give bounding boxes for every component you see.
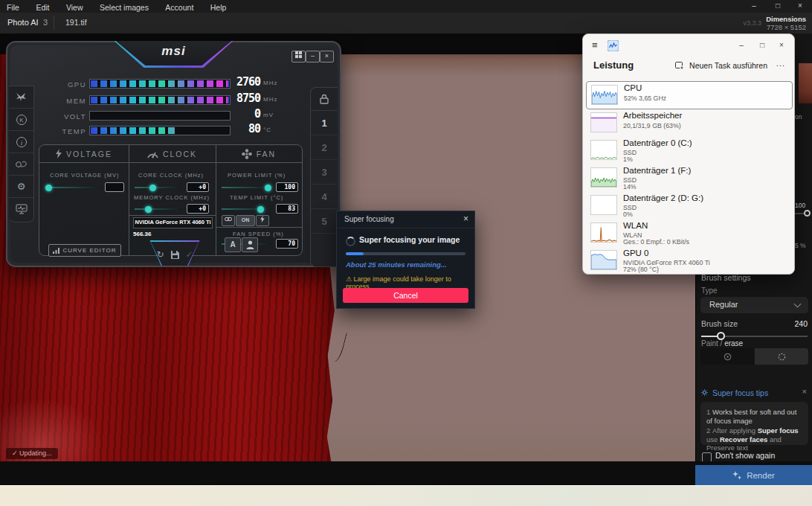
dont-show-again-label: Don't show again	[715, 451, 775, 460]
core-clock-value-box[interactable]: +0	[187, 182, 209, 192]
tm-entry-cpu[interactable]: CPU 52% 3,65 GHz	[586, 81, 793, 109]
tips-close-icon[interactable]: ×	[802, 387, 807, 396]
temp-limit-slider[interactable]	[222, 208, 272, 210]
tm-entry-disk1[interactable]: Datenträger 1 (F:) SSD 14%	[586, 164, 791, 191]
dialog-close-icon[interactable]: ×	[463, 214, 468, 224]
temp-unit: °C	[263, 126, 271, 133]
panel-slider-handle-fragment	[804, 210, 811, 217]
menu-account[interactable]: Account	[158, 1, 200, 12]
lightning-icon	[56, 149, 62, 158]
oc-scanner-icon[interactable]	[9, 153, 33, 176]
brush-size-value: 240	[794, 319, 808, 328]
brush-type-label: Type	[701, 286, 718, 295]
profile-lock-button[interactable]	[311, 88, 338, 111]
msi-minimize-button[interactable]: –	[306, 51, 320, 63]
lock-icon	[320, 94, 329, 104]
info-icon[interactable]: i	[9, 131, 33, 153]
tm-entry-wlan[interactable]: WLAN WLAN Ges.: 0 Empf.: 0 KBit/s	[586, 220, 791, 246]
bulb-icon	[701, 389, 708, 396]
dimensions-label: Dimensions	[766, 15, 806, 23]
brush-type-dropdown[interactable]: Regular	[700, 297, 808, 313]
boost-button[interactable]	[256, 215, 269, 226]
app-maximize-button[interactable]: □	[767, 0, 788, 12]
tm-minimize-button[interactable]: –	[732, 39, 751, 52]
tm-entry-gpu[interactable]: GPU 0 NVIDIA GeForce RTX 4060 Ti 72% (80…	[586, 247, 791, 274]
fan-user-profile-button[interactable]	[242, 237, 258, 252]
menu-view[interactable]: View	[59, 1, 90, 12]
progress-bar-track	[346, 252, 465, 255]
power-limit-value-box[interactable]: 100	[276, 182, 298, 192]
menu-help[interactable]: Help	[204, 1, 233, 12]
erase-button[interactable]	[755, 348, 808, 365]
tm-entry-memory[interactable]: Arbeitsspeicher 20,1/31,9 GB (63%)	[586, 109, 791, 136]
bars-icon	[53, 248, 59, 254]
check-icon: ✓	[12, 449, 18, 457]
cpu-graph-thumbnail	[591, 85, 618, 105]
core-voltage-slider[interactable]	[47, 187, 102, 188]
save-icon[interactable]	[171, 251, 179, 259]
memory-clock-slider[interactable]	[135, 208, 182, 210]
reset-icon[interactable]: ↻	[156, 250, 164, 259]
limits-on-toggle[interactable]: ON	[236, 215, 255, 226]
wlan-graph-thumbnail	[590, 222, 617, 243]
msi-afterburner-window: msi – × K i ⚙ GPU 2760 MHz MEM 8750 MHz	[6, 41, 341, 267]
run-new-task-button[interactable]: Neuen Task ausführen	[675, 61, 767, 70]
msi-detach-button[interactable]	[291, 51, 306, 63]
memory-clock-value-box[interactable]: +0	[187, 204, 209, 214]
time-remaining-text: About 25 minutes remaining...	[346, 260, 447, 269]
msi-close-button[interactable]: ×	[320, 51, 334, 63]
volt-activity-bar	[89, 111, 231, 121]
apply-icon[interactable]: ✓	[186, 250, 193, 259]
link-limits-button[interactable]	[222, 215, 235, 226]
hardware-monitor-icon[interactable]	[9, 198, 33, 220]
core-voltage-value-box[interactable]	[105, 182, 124, 192]
kombustor-icon[interactable]: K	[9, 109, 33, 131]
bottom-toolbar: – + 100%	[0, 461, 812, 485]
menu-select-images[interactable]: Select images	[93, 1, 155, 12]
settings-gear-icon[interactable]: ⚙	[9, 176, 33, 198]
memory-graph-thumbnail	[590, 112, 617, 132]
paint-button[interactable]	[700, 348, 754, 365]
render-button[interactable]: Render	[695, 465, 812, 485]
tab-separator	[54, 16, 54, 31]
temp-limit-label: TEMP LIMIT (°C)	[230, 194, 283, 201]
power-limit-slider[interactable]	[222, 187, 272, 188]
core-clock-slider[interactable]	[135, 187, 182, 188]
tm-entry-disk0[interactable]: Datenträger 0 (C:) SSD 1%	[586, 137, 791, 164]
gpu-graph-thumbnail	[590, 250, 617, 270]
dialog-header: Super focusing ×	[337, 211, 474, 228]
tm-maximize-button[interactable]: □	[753, 39, 772, 52]
profile-5-button[interactable]: 5	[311, 209, 338, 234]
curve-editor-button[interactable]: CURVE EDITOR	[48, 244, 121, 257]
menu-edit[interactable]: Edit	[29, 1, 56, 12]
app-version-major: 3	[43, 18, 48, 27]
cancel-button[interactable]: Cancel	[343, 288, 468, 303]
tm-entry-disk2[interactable]: Datenträger 2 (D: G:) SSD 0%	[586, 192, 791, 219]
new-task-icon	[675, 62, 684, 70]
msi-dragon-icon[interactable]	[9, 86, 33, 109]
app-minimize-button[interactable]: –	[744, 0, 764, 12]
menu-bar: File Edit View Select images Account Hel…	[0, 0, 812, 13]
profile-3-button[interactable]: 3	[311, 160, 338, 185]
menu-file[interactable]: File	[0, 1, 26, 12]
profile-4-button[interactable]: 4	[311, 185, 338, 209]
mem-clock-value: 8750	[222, 92, 260, 105]
tip-2: 2 After applying Super focus use Recover…	[706, 426, 803, 452]
profile-2-button[interactable]: 2	[311, 135, 338, 160]
tab-191tif[interactable]: 191.tif	[65, 18, 87, 27]
brush-size-label: Brush size	[701, 319, 738, 328]
dialog-title: Super focusing	[344, 215, 394, 223]
tm-close-button[interactable]: ×	[772, 39, 791, 52]
super-focus-tips-title: Super focus tips	[701, 388, 768, 397]
voltage-panel-header: VOLTAGE	[39, 145, 129, 163]
app-close-button[interactable]: ×	[790, 0, 811, 12]
gpu-clock-value: 2760	[222, 75, 260, 89]
profile-1-button[interactable]: 1	[311, 111, 338, 135]
temp-limit-value-box[interactable]: 83	[276, 204, 298, 214]
tm-more-button[interactable]: ...	[776, 59, 785, 68]
fan-auto-button[interactable]: A	[225, 237, 241, 252]
fan-speed-value-box[interactable]: 70	[276, 239, 298, 249]
hamburger-menu-icon[interactable]: ≡	[592, 39, 598, 51]
paint-erase-label: Paint / erase	[701, 339, 743, 348]
sparkles-icon	[732, 471, 741, 480]
